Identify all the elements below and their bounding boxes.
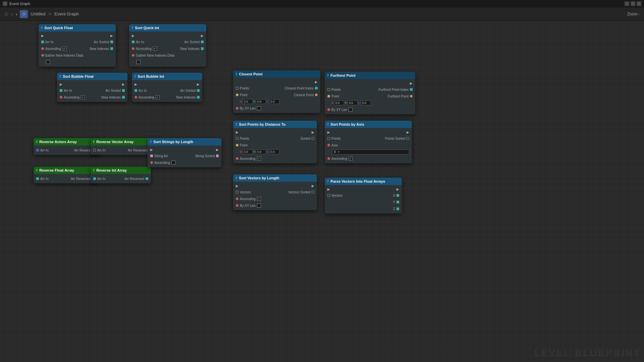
- string-arr-pin[interactable]: [150, 155, 153, 157]
- reverse-int-array-node[interactable]: f Reverse Int Array Arr In Arr Reversed: [91, 167, 151, 183]
- arr-in-pin-bf[interactable]: [60, 89, 62, 92]
- furthest-point-out-pin[interactable]: [410, 95, 413, 98]
- vectors-sorted-pin-svl[interactable]: [312, 191, 314, 193]
- points-pin-spd[interactable]: [236, 137, 238, 140]
- arr-in-pin-qi[interactable]: [132, 41, 135, 43]
- point-pin-fp[interactable]: [327, 95, 330, 98]
- gather-checkbox-row: [39, 59, 116, 65]
- closest-point-node[interactable]: f Closest Point ▶ Points Closest Point I…: [233, 70, 320, 113]
- arr-in-pin-ri[interactable]: [93, 177, 96, 180]
- ascending-cb-spa[interactable]: [348, 157, 353, 161]
- x-pin-pv[interactable]: [396, 194, 399, 197]
- arr-reversed-pin-ri[interactable]: [146, 177, 148, 180]
- ascending-pin[interactable]: [41, 47, 44, 50]
- new-indexes-pin-bf[interactable]: [122, 96, 125, 99]
- vec-x-spd[interactable]: [243, 149, 253, 154]
- ascending-checkbox-qi[interactable]: [153, 47, 157, 51]
- points-pin-spa[interactable]: [327, 137, 330, 140]
- breadcrumb-untitled[interactable]: Untitled: [31, 11, 45, 16]
- arr-in-pin-rv[interactable]: [93, 149, 96, 152]
- points-pin-cp[interactable]: [236, 87, 238, 89]
- point-pin-cp[interactable]: [236, 94, 238, 96]
- gather-pin[interactable]: [41, 54, 44, 57]
- axis-dropdown[interactable]: X ▼: [332, 149, 409, 155]
- points-pin-fp[interactable]: [327, 88, 330, 91]
- arr-in-pin-bi[interactable]: [135, 89, 137, 92]
- closest-point-out-pin[interactable]: [315, 94, 318, 96]
- new-indexes-pin[interactable]: [110, 47, 113, 50]
- point-row-spd: Point: [233, 142, 317, 148]
- arr-sorted-pin[interactable]: [110, 41, 113, 43]
- parse-vectors-node[interactable]: f Parse Vectors Into Float Arrays ▶ ▶ Ve…: [325, 178, 402, 214]
- exec-out-pin: ▶: [110, 34, 113, 38]
- y-pin-pv[interactable]: [396, 201, 399, 203]
- arr-in-pin-ra[interactable]: [36, 149, 39, 152]
- sorted-pin-spd[interactable]: [312, 137, 314, 140]
- gather-checkbox-qi[interactable]: [137, 60, 141, 64]
- close-button[interactable]: ×: [637, 1, 641, 6]
- ascending-cb-ssl[interactable]: [171, 161, 175, 165]
- vec-y-spd[interactable]: [256, 149, 266, 154]
- byxylen-row-cp: By XY Len: [233, 105, 320, 112]
- reverse-float-arr-row: Arr In Arr Reversed: [34, 175, 97, 182]
- vectors-pin-svl[interactable]: [236, 191, 238, 193]
- arr-sorted-pin-bi[interactable]: [197, 89, 200, 92]
- vec-z-cp[interactable]: [269, 99, 279, 104]
- sort-points-distance-node[interactable]: f Sort Points by Distance To ▶ ▶ Points …: [233, 121, 317, 163]
- ascending-cb-spd[interactable]: [257, 157, 261, 161]
- vec-y-fp[interactable]: [347, 101, 358, 105]
- new-indexes-pin-bi[interactable]: [197, 96, 200, 99]
- closest-point-index-pin[interactable]: [315, 87, 318, 89]
- vec-z-spd[interactable]: [269, 149, 279, 154]
- arr-in-pin[interactable]: [41, 41, 44, 43]
- favorite-icon[interactable]: ☆: [4, 11, 9, 17]
- ascending-cb-svl[interactable]: [257, 197, 261, 201]
- sort-quick-float-node[interactable]: f Sort Quick Float ▶ ▶ Arr In Arr Sorted: [39, 24, 116, 67]
- reverse-float-array-node[interactable]: f Reverse Float Array Arr In Arr Reverse…: [34, 167, 97, 183]
- sort-quick-int-header: f Sort Quick Int: [129, 24, 206, 32]
- sort-bubble-int-node[interactable]: f Sort Bubble Int ▶ ▶ Arr In Arr Sorted: [132, 73, 202, 102]
- gather-checkbox[interactable]: [46, 60, 50, 64]
- arr-sorted-pin-bf[interactable]: [122, 89, 125, 92]
- vec-z-fp[interactable]: [361, 101, 371, 105]
- vectors-pin-pv[interactable]: [327, 194, 330, 197]
- sort-vectors-length-node[interactable]: f Sort Vectors by Length ▶ ▶ Vectors Vec…: [233, 174, 317, 210]
- back-button[interactable]: ‹: [11, 11, 13, 17]
- breadcrumb-event-graph[interactable]: Event Graph: [54, 11, 79, 16]
- reverse-vector-array-node[interactable]: f Reverse Vector Array Arr In Arr Revers…: [91, 138, 154, 155]
- sort-bubble-float-node[interactable]: f Sort Bubble Float ▶ ▶ Arr In Arr Sorte…: [57, 73, 127, 102]
- sort-quick-int-node[interactable]: f Sort Quick Int ▶ ▶ Arr In Arr Sorted: [129, 24, 206, 67]
- z-pin-pv[interactable]: [396, 207, 399, 210]
- sort-points-axis-node[interactable]: f Sort Points by Axis ▶ ▶ Points Points …: [325, 121, 412, 163]
- exec-row-fp: ▶: [325, 80, 415, 86]
- sort-strings-by-length-node[interactable]: f Sort Strings by Length ▶ ▶ String Arr …: [148, 138, 221, 167]
- byxylen-cb-cp[interactable]: [257, 106, 261, 110]
- exec-row-bi: ▶ ▶: [132, 81, 202, 87]
- arr-in-row-qi: Arr In Arr Sorted: [129, 39, 206, 45]
- furthest-point-node[interactable]: f Furthest Point ▶ Points Furthest Point…: [325, 72, 415, 114]
- ascending-pin-qi[interactable]: [132, 47, 135, 50]
- vec-y-cp[interactable]: [256, 99, 266, 104]
- zoom-control[interactable]: Zoom -: [627, 12, 640, 16]
- point-pin-spd[interactable]: [236, 144, 238, 146]
- forward-button[interactable]: ›: [16, 11, 17, 17]
- arr-sorted-label: Arr Sorted: [94, 40, 109, 44]
- vec-x-fp[interactable]: [334, 101, 344, 105]
- ascending-cb-bi[interactable]: [156, 95, 160, 99]
- furthest-point-index-pin[interactable]: [410, 88, 413, 91]
- points-sorted-pin-spa[interactable]: [407, 137, 409, 140]
- byxylen-cb-fp[interactable]: [348, 108, 353, 112]
- maximize-button[interactable]: □: [631, 1, 635, 6]
- byxylen-cb-svl[interactable]: [257, 203, 261, 207]
- gather-pin-qi[interactable]: [132, 54, 135, 57]
- new-indexes-pin-qi[interactable]: [201, 47, 204, 50]
- arr-in-pin-rf[interactable]: [36, 177, 39, 180]
- ascending-checkbox[interactable]: [62, 47, 66, 51]
- ascending-cb-bf[interactable]: [81, 95, 85, 99]
- string-sorted-pin[interactable]: [216, 155, 219, 157]
- arr-sorted-pin-qi[interactable]: [201, 41, 204, 43]
- title-bar-controls[interactable]: − □ ×: [625, 1, 641, 6]
- z-row-pv: Z: [325, 205, 402, 212]
- vec-x-cp[interactable]: [243, 99, 253, 104]
- minimize-button[interactable]: −: [625, 1, 629, 6]
